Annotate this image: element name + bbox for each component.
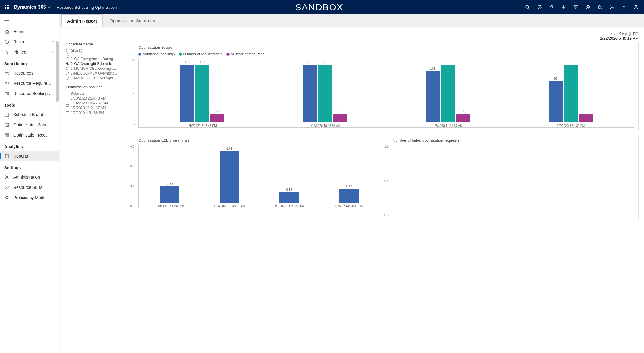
svg-rect-2 bbox=[8, 5, 9, 6]
nav-label: Optimization Sche… bbox=[13, 122, 52, 127]
clock-icon bbox=[4, 39, 10, 45]
svg-point-25 bbox=[5, 72, 7, 73]
sidebar-item-proficiency-models[interactable]: Proficiency Models bbox=[0, 192, 59, 203]
sidebar-item-reports[interactable]: Reports bbox=[0, 151, 59, 161]
nav-label: Reports bbox=[13, 154, 28, 158]
checkbox-icon bbox=[66, 102, 69, 105]
chart-bar: 119 bbox=[180, 65, 194, 122]
filter-icon[interactable] bbox=[570, 2, 581, 13]
option-label: 1/14/2020 10:45:51 AM bbox=[71, 101, 108, 105]
schedule-name-option[interactable]: 3-MADRID-ESP Overnight … bbox=[66, 76, 129, 81]
schedule-name-option[interactable]: (Blank) bbox=[66, 48, 129, 53]
gear-icon[interactable] bbox=[606, 2, 618, 13]
x-axis-label: 1/7/2020 4:54:39 PM bbox=[335, 204, 363, 208]
schedule-name-option[interactable]: 1-MUNICH-DEU Overnight… bbox=[66, 66, 129, 71]
nav-section-title: Settings bbox=[0, 161, 59, 172]
tab-admin-report[interactable]: Admin Report bbox=[61, 14, 103, 27]
tab-bar: Admin ReportOptimization Summary bbox=[59, 14, 644, 27]
option-label: 1/7/2020 11:21:37 AM bbox=[71, 106, 106, 110]
task-icon[interactable] bbox=[534, 2, 545, 13]
option-label: 3-MADRID-ESP Overnight … bbox=[71, 76, 118, 80]
chart-group: 119119181/14/2020 10:45:51 AM bbox=[263, 59, 387, 127]
nav-label: Home bbox=[13, 29, 24, 34]
add-circle-icon[interactable] bbox=[582, 2, 593, 13]
option-label: 1/10/2020 2:16:48 PM bbox=[71, 96, 106, 100]
nav-label: Proficiency Models bbox=[13, 195, 49, 200]
report-body: Last refresh (UTC) 1/22/2020 5:46:19 PM … bbox=[60, 28, 644, 353]
nav-section-title: Tools bbox=[0, 99, 59, 109]
help-icon[interactable] bbox=[618, 2, 630, 13]
hamburger-icon[interactable] bbox=[0, 14, 59, 26]
nav-label: Resource Skills bbox=[13, 185, 42, 190]
brand-label: Dynamics 365 bbox=[14, 5, 46, 10]
x-axis-label: 1/7/2020 4:54:39 PM bbox=[557, 124, 585, 127]
svg-rect-33 bbox=[5, 113, 9, 116]
chart-title: Number of failed optimization requests bbox=[393, 138, 634, 143]
sidebar-item-optimization-sche-[interactable]: Optimization Sche… bbox=[0, 120, 59, 130]
chart-bar: 18 bbox=[579, 114, 593, 122]
bar-value-label: 0.17 bbox=[339, 185, 359, 188]
scrollbar-thumb[interactable] bbox=[56, 41, 59, 102]
environment-label: SANDBOX bbox=[117, 2, 522, 12]
option-label: 0-WA Emergencies During … bbox=[71, 57, 118, 61]
optimization-scope-chart: Optimization Scope Number of bookingsNum… bbox=[134, 42, 639, 131]
sidebar-item-resource-require-[interactable]: Resource Require… bbox=[0, 78, 59, 88]
bar-value-label: 119 bbox=[441, 60, 455, 64]
select-all-label: Select all bbox=[71, 91, 85, 96]
optimization-request-option[interactable]: 1/7/2020 4:54:39 PM bbox=[66, 110, 129, 115]
schedule-name-option[interactable] bbox=[66, 53, 129, 57]
sidebar-item-resource-skills[interactable]: Resource Skills bbox=[0, 182, 59, 192]
sidebar-item-home[interactable]: Home bbox=[0, 26, 59, 37]
last-refresh-label: Last refresh (UTC) bbox=[600, 32, 639, 36]
optimization-request-option[interactable]: 1/14/2020 10:45:51 AM bbox=[66, 101, 129, 106]
chart-group: 105119181/7/2020 11:21:37 AM bbox=[387, 59, 510, 127]
lightbulb-icon[interactable] bbox=[546, 2, 557, 13]
tab-optimization-summary[interactable]: Optimization Summary bbox=[104, 14, 161, 27]
schedule-name-option[interactable]: 0-WA Overnight Schedule bbox=[66, 61, 129, 66]
optimization-request-option[interactable]: 1/10/2020 2:16:48 PM bbox=[66, 96, 129, 101]
optimization-request-option[interactable]: 1/7/2020 11:21:37 AM bbox=[66, 106, 129, 110]
bar-value-label: 0.20 bbox=[160, 182, 179, 186]
search-icon[interactable] bbox=[522, 2, 533, 13]
bar-value-label: 85 bbox=[549, 77, 563, 80]
radio-icon bbox=[66, 57, 69, 60]
x-axis-label: 1/7/2020 11:21:37 AM bbox=[433, 124, 463, 127]
svg-rect-6 bbox=[5, 8, 6, 9]
brand-menu[interactable]: Dynamics 365 bbox=[14, 5, 51, 10]
nav-label: Resource Bookings bbox=[13, 91, 50, 96]
app-launcher-icon[interactable] bbox=[2, 2, 12, 12]
sidebar-item-schedule-board[interactable]: Schedule Board bbox=[0, 109, 59, 120]
select-all-checkbox[interactable]: Select all bbox=[66, 91, 129, 96]
option-label: 0-WA Overnight Schedule bbox=[71, 62, 112, 66]
option-label: 2-MEXICO-MEX Overnight … bbox=[71, 71, 119, 75]
sidebar-item-pinned[interactable]: Pinned bbox=[0, 47, 59, 57]
svg-point-18 bbox=[611, 7, 612, 8]
chart-bar: 105 bbox=[426, 71, 440, 122]
optimization-request-title: Optimization request bbox=[66, 85, 129, 89]
chart-bar: 85 bbox=[549, 81, 563, 122]
sidebar-item-recent[interactable]: Recent bbox=[0, 37, 59, 47]
legend-color-dot bbox=[179, 53, 182, 56]
svg-line-10 bbox=[528, 8, 530, 9]
chart-bar: 119 bbox=[564, 65, 578, 122]
bar-value-label: 18 bbox=[456, 109, 470, 113]
svg-point-31 bbox=[5, 92, 7, 93]
chart-bar: 119 bbox=[441, 65, 455, 122]
sidebar-item-resource-bookings[interactable]: Resource Bookings bbox=[0, 88, 59, 99]
plus-icon[interactable] bbox=[558, 2, 569, 13]
nav-section-title: Scheduling bbox=[0, 57, 59, 68]
sidebar-item-administration[interactable]: Administration bbox=[0, 172, 59, 182]
user-icon[interactable] bbox=[630, 2, 642, 13]
app-title: Resource Scheduling Optimization bbox=[57, 5, 117, 10]
person-book-icon bbox=[4, 91, 10, 96]
chart-group: 0.631/14/2020 10:45:51 AM bbox=[200, 140, 260, 208]
calendar-icon bbox=[4, 112, 10, 117]
schedule-name-option[interactable]: 0-WA Emergencies During … bbox=[66, 57, 129, 61]
svg-rect-32 bbox=[8, 92, 9, 95]
schedule-name-option[interactable]: 2-MEXICO-MEX Overnight … bbox=[66, 71, 129, 76]
pin-icon bbox=[4, 49, 10, 55]
sidebar-item-optimization-req-[interactable]: Optimization Req… bbox=[0, 130, 59, 140]
sidebar-item-resources[interactable]: Resources bbox=[0, 68, 59, 78]
chart-group: 0.171/7/2020 4:54:39 PM bbox=[319, 140, 379, 208]
tool-icon[interactable] bbox=[594, 2, 605, 13]
